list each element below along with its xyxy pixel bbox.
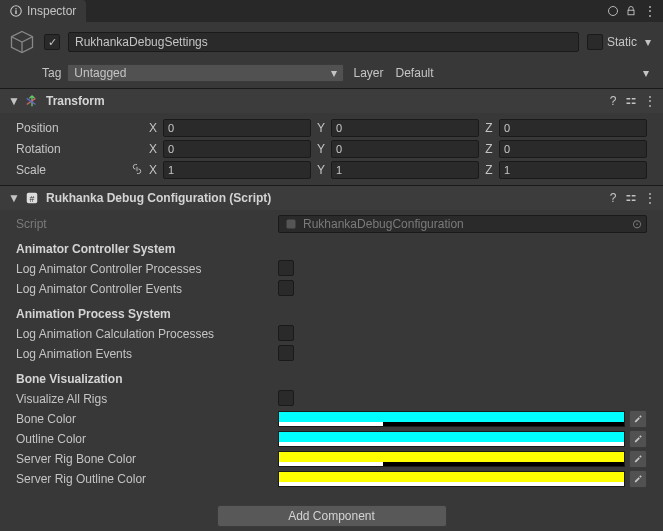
tag-dropdown[interactable]: Untagged ▾ — [67, 64, 343, 82]
log-animator-processes-checkbox[interactable] — [278, 260, 294, 276]
presets-icon[interactable] — [625, 192, 637, 204]
position-y-input[interactable] — [331, 119, 479, 137]
bone-color-swatch[interactable] — [278, 411, 625, 427]
scale-z-input[interactable] — [499, 161, 647, 179]
help-icon[interactable]: ? — [607, 192, 619, 204]
transform-icon — [24, 93, 40, 109]
chevron-down-icon: ▾ — [643, 66, 649, 80]
rotation-y-input[interactable] — [331, 140, 479, 158]
log-animation-events-row: Log Animation Events — [16, 344, 647, 364]
tab-title: Inspector — [27, 4, 76, 18]
tag-label: Tag — [42, 66, 61, 80]
debug-config-component: ▼ # Rukhanka Debug Configuration (Script… — [0, 185, 663, 493]
context-menu-icon[interactable]: ⋮ — [643, 192, 655, 204]
position-label: Position — [16, 121, 136, 135]
foldout-toggle[interactable]: ▼ — [8, 94, 18, 108]
static-dropdown-arrow[interactable]: ▾ — [641, 35, 655, 49]
scale-y-input[interactable] — [331, 161, 479, 179]
tab-bar: Inspector ⋮ — [0, 0, 663, 22]
presets-icon[interactable] — [625, 95, 637, 107]
context-menu-icon[interactable]: ⋮ — [643, 5, 655, 17]
svg-text:#: # — [30, 194, 35, 204]
enabled-checkbox[interactable] — [44, 34, 60, 50]
visualize-all-rigs-row: Visualize All Rigs — [16, 389, 647, 409]
svg-rect-13 — [627, 200, 631, 202]
static-checkbox[interactable] — [587, 34, 603, 50]
scale-label: Scale — [16, 163, 131, 177]
gameobject-header: Static ▾ — [0, 22, 663, 62]
transform-title: Transform — [46, 94, 601, 108]
svg-point-1 — [15, 8, 17, 10]
foldout-toggle[interactable]: ▼ — [8, 191, 18, 205]
context-menu-icon[interactable]: ⋮ — [643, 95, 655, 107]
gameobject-icon[interactable] — [8, 28, 36, 56]
log-calc-processes-row: Log Animation Calculation Processes — [16, 324, 647, 344]
tag-value: Untagged — [74, 66, 126, 80]
info-icon — [10, 5, 22, 17]
add-component-button[interactable]: Add Component — [217, 505, 447, 527]
svg-rect-14 — [632, 200, 636, 202]
rotation-x-input[interactable] — [163, 140, 311, 158]
help-icon[interactable]: ? — [607, 95, 619, 107]
log-animator-events-row: Log Animator Controller Events — [16, 279, 647, 299]
svg-rect-5 — [627, 98, 631, 100]
log-animator-processes-row: Log Animator Controller Processes — [16, 259, 647, 279]
debug-config-title: Rukhanka Debug Configuration (Script) — [46, 191, 601, 205]
svg-rect-11 — [627, 195, 631, 197]
position-x-input[interactable] — [163, 119, 311, 137]
constrain-scale-icon[interactable] — [131, 163, 143, 178]
script-icon: # — [24, 190, 40, 206]
tag-layer-row: Tag Untagged ▾ Layer Default ▾ — [0, 62, 663, 88]
script-value: RukhankaDebugConfiguration — [303, 217, 464, 231]
y-axis-label: Y — [315, 121, 327, 135]
svg-rect-2 — [15, 10, 17, 14]
layer-value: Default — [396, 66, 434, 80]
transform-component: ▼ Transform ? ⋮ Position X Y Z Rotation … — [0, 88, 663, 185]
svg-rect-12 — [632, 195, 636, 197]
eyedropper-icon[interactable] — [629, 430, 647, 448]
static-label: Static — [607, 35, 637, 49]
log-calc-processes-checkbox[interactable] — [278, 325, 294, 341]
csharp-icon — [283, 216, 299, 232]
log-animation-events-checkbox[interactable] — [278, 345, 294, 361]
object-picker-icon[interactable]: ⊙ — [632, 217, 642, 231]
visualize-all-rigs-checkbox[interactable] — [278, 390, 294, 406]
transform-header[interactable]: ▼ Transform ? ⋮ — [0, 89, 663, 113]
bone-color-row: Bone Color — [16, 409, 647, 429]
rotation-label: Rotation — [16, 142, 136, 156]
eyedropper-icon[interactable] — [629, 470, 647, 488]
inspector-tab[interactable]: Inspector — [0, 0, 86, 22]
debug-config-header[interactable]: ▼ # Rukhanka Debug Configuration (Script… — [0, 186, 663, 210]
rotation-row: Rotation X Y Z — [16, 139, 647, 159]
layer-dropdown[interactable]: Default ▾ — [390, 64, 655, 82]
server-bone-color-swatch[interactable] — [278, 451, 625, 467]
eyedropper-icon[interactable] — [629, 450, 647, 468]
scale-x-input[interactable] — [163, 161, 311, 179]
eyedropper-icon[interactable] — [629, 410, 647, 428]
svg-rect-6 — [632, 98, 636, 100]
chevron-down-icon: ▾ — [331, 66, 337, 80]
position-z-input[interactable] — [499, 119, 647, 137]
script-row: Script RukhankaDebugConfiguration ⊙ — [16, 214, 647, 234]
x-axis-label: X — [147, 121, 159, 135]
script-label: Script — [16, 217, 278, 231]
server-outline-color-row: Server Rig Outline Color — [16, 469, 647, 489]
server-bone-color-row: Server Rig Bone Color — [16, 449, 647, 469]
position-row: Position X Y Z — [16, 118, 647, 138]
svg-rect-15 — [287, 220, 296, 229]
svg-rect-4 — [628, 10, 634, 15]
gameobject-name-input[interactable] — [68, 32, 579, 52]
svg-rect-7 — [627, 103, 631, 105]
outline-color-row: Outline Color — [16, 429, 647, 449]
add-component-row: Add Component — [0, 493, 663, 531]
rotation-z-input[interactable] — [499, 140, 647, 158]
svg-rect-8 — [632, 103, 636, 105]
log-animator-events-checkbox[interactable] — [278, 280, 294, 296]
outline-color-swatch[interactable] — [278, 431, 625, 447]
script-field: RukhankaDebugConfiguration ⊙ — [278, 215, 647, 233]
animator-controller-section-title: Animator Controller System — [16, 242, 647, 256]
server-outline-color-swatch[interactable] — [278, 471, 625, 487]
layers-icon[interactable] — [607, 5, 619, 17]
scale-row: Scale X Y Z — [16, 160, 647, 180]
lock-icon[interactable] — [625, 5, 637, 17]
